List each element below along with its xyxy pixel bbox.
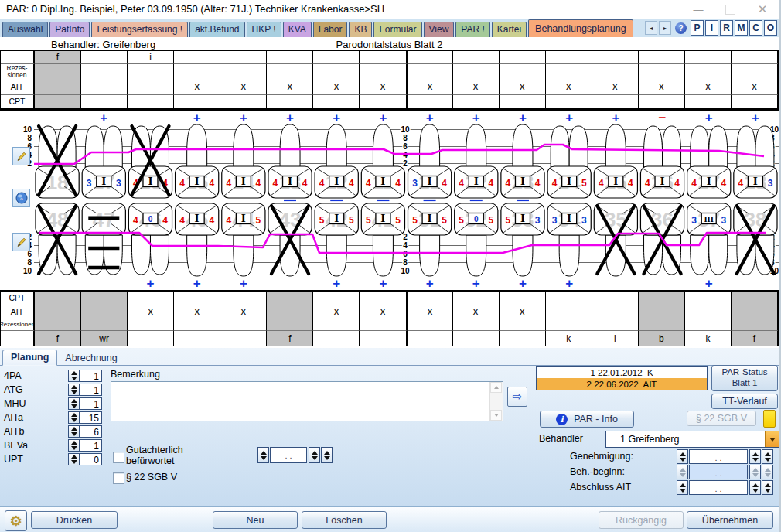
cell-status-35[interactable]: i [592, 331, 639, 346]
spinner-aita[interactable] [68, 411, 80, 424]
cell-status-17[interactable] [81, 51, 128, 64]
tab-formular[interactable]: Formular [373, 22, 421, 37]
cell-cpt-12[interactable] [313, 95, 360, 108]
cell-ait-23[interactable]: X [500, 80, 546, 95]
note-icon-button[interactable] [763, 410, 776, 428]
cell-cpt-24[interactable] [546, 95, 592, 108]
tt-verlauf-button[interactable]: TT-Verlauf [711, 394, 778, 409]
cell-ait-22[interactable]: X [453, 80, 500, 95]
cell-ait-46[interactable]: X [128, 305, 174, 319]
cell-rez-41[interactable] [360, 319, 406, 331]
cell-cpt-18[interactable] [35, 95, 81, 108]
spinner-up-icon[interactable] [71, 455, 77, 459]
tab-kartei[interactable]: Kartei [492, 22, 527, 37]
neu-button[interactable]: Neu [213, 511, 298, 529]
spinner[interactable] [309, 447, 320, 463]
cell-ait-41[interactable]: X [360, 305, 406, 319]
cell-ait-37[interactable] [685, 305, 732, 319]
edit-upper-button[interactable] [12, 147, 30, 165]
close-button[interactable]: ✕ [755, 2, 769, 16]
cell-status-16[interactable]: i [128, 51, 174, 64]
spinner-up-icon[interactable] [71, 441, 77, 445]
drucken-button[interactable]: Drucken [31, 511, 118, 529]
bernehmen-button[interactable]: Übernehmen [687, 511, 773, 529]
cell-rez-32[interactable] [453, 319, 500, 331]
spinner-atg[interactable] [68, 384, 80, 396]
tab-scroll-left[interactable]: ◂ [645, 21, 657, 35]
date-spinner[interactable] [762, 480, 773, 495]
gutachterlich-date-field[interactable]: . . [270, 447, 307, 463]
cell-ait-38[interactable] [732, 305, 778, 319]
cell-rez-17[interactable] [81, 64, 128, 80]
cell-status-12[interactable] [313, 51, 360, 64]
date-spinner[interactable] [749, 480, 761, 495]
cell-rez-14[interactable] [220, 64, 267, 80]
spinner-up-icon[interactable] [324, 451, 330, 455]
tooth-27[interactable]: 27I44+ [687, 111, 731, 198]
field-value-atg[interactable]: 1 [80, 384, 102, 396]
spinner-down-icon[interactable] [752, 473, 759, 477]
cell-status-11[interactable] [360, 51, 406, 64]
spinner[interactable] [321, 447, 333, 463]
spinner-down-icon[interactable] [71, 390, 77, 394]
cell-rez-15[interactable] [174, 64, 220, 80]
tab-view[interactable]: View [424, 22, 455, 37]
cell-cpt-41[interactable] [360, 292, 406, 305]
spinner-down-icon[interactable] [261, 456, 267, 460]
cell-ait-48[interactable] [35, 305, 81, 319]
cell-cpt-28[interactable] [732, 95, 778, 108]
cell-rez-18[interactable] [35, 64, 81, 80]
cell-status-36[interactable]: b [639, 331, 685, 346]
cell-rez-47[interactable] [81, 319, 128, 331]
cell-rez-46[interactable] [128, 319, 174, 331]
spinner-down-icon[interactable] [752, 489, 759, 493]
spinner-down-icon[interactable] [71, 418, 77, 422]
cell-ait-11[interactable]: X [360, 80, 406, 95]
cell-cpt-32[interactable] [453, 292, 500, 305]
cell-rez-37[interactable] [685, 319, 732, 331]
bemerkung-textarea[interactable] [111, 381, 503, 421]
tab-planung[interactable]: Planung [2, 350, 57, 366]
cell-ait-25[interactable]: X [592, 80, 639, 95]
tooth-43[interactable]: 43 [268, 203, 312, 276]
cell-cpt-14[interactable] [220, 95, 267, 108]
cell-rez-31[interactable] [407, 319, 453, 331]
cell-ait-14[interactable]: X [220, 80, 267, 95]
toolbar-letter-o[interactable]: O [764, 20, 777, 36]
tooth-42[interactable]: 42I55+ [315, 203, 358, 290]
cell-ait-21[interactable]: X [407, 80, 453, 95]
cell-rez-24[interactable] [546, 64, 592, 80]
cell-ait-47[interactable] [81, 305, 128, 319]
cell-cpt-38[interactable] [732, 292, 778, 305]
cell-rez-48[interactable] [35, 319, 81, 331]
cell-cpt-21[interactable] [407, 95, 453, 108]
cell-cpt-33[interactable] [500, 292, 546, 305]
field-value-upt[interactable]: 0 [80, 453, 102, 466]
spinner-down-icon[interactable] [680, 473, 686, 477]
cell-ait-32[interactable]: X [453, 305, 500, 319]
tooth-13[interactable]: 13I44+ [268, 111, 312, 200]
tab-labor[interactable]: Labor [313, 22, 348, 37]
spinner-down-icon[interactable] [312, 456, 318, 460]
cell-ait-34[interactable] [546, 305, 592, 319]
spinner-up-icon[interactable] [261, 451, 267, 455]
spinner-down-icon[interactable] [71, 460, 77, 464]
settings-gear-button[interactable]: ⚙ [5, 510, 27, 531]
spinner-down-icon[interactable] [680, 489, 686, 493]
cell-status-25[interactable] [592, 51, 639, 64]
cell-status-45[interactable] [174, 331, 220, 346]
tooth-38[interactable]: 38 [734, 203, 777, 275]
scroll-down-icon[interactable] [490, 410, 502, 421]
tab-par[interactable]: PAR ! [455, 22, 489, 37]
tooth-11[interactable]: 11I44+ [361, 111, 404, 200]
toolbar-letter-p[interactable]: P [691, 20, 704, 36]
tooth-15[interactable]: 15I44+ [176, 111, 219, 198]
tooth-24[interactable]: 24I45+ [547, 111, 591, 198]
tab-kva[interactable]: KVA [283, 22, 312, 37]
spinner-down-icon[interactable] [765, 458, 771, 462]
spinner-down-icon[interactable] [752, 458, 759, 462]
cell-cpt-35[interactable] [592, 292, 639, 305]
spinner-down-icon[interactable] [324, 456, 330, 460]
tab-kb[interactable]: KB [349, 22, 372, 37]
cell-cpt-13[interactable] [267, 95, 313, 108]
